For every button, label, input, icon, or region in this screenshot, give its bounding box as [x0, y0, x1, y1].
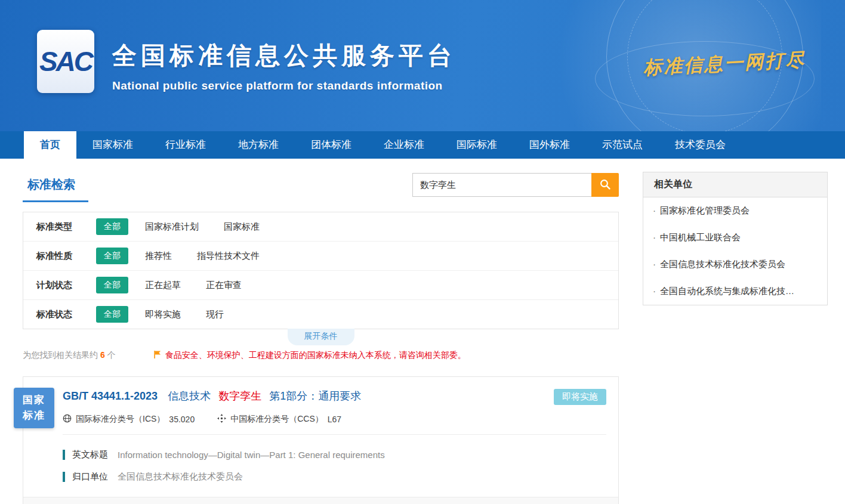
dept-value: 全国信息技术标准化技术委员会	[118, 471, 243, 483]
expand-row: 展开条件	[23, 329, 619, 345]
bullet: ·	[653, 205, 656, 215]
card-footer: 发布于 2023-11-27 实施于 2024-06-01	[23, 497, 618, 504]
sidebar-item-it-standards-committee[interactable]: · 全国信息技术标准化技术委员会	[643, 251, 827, 278]
filter-option-upcoming[interactable]: 即将实施	[145, 309, 181, 320]
badge-line2: 标准	[23, 408, 45, 423]
standard-title-link[interactable]: GB/T 43441.1-2023 信息技术 数字孪生 第1部分：通用要求	[63, 389, 366, 403]
result-summary: 为您找到相关结果约6个	[23, 350, 116, 361]
filter-option-national-standard[interactable]: 国家标准	[224, 221, 260, 233]
standard-code: GB/T 43441.1-2023	[63, 390, 158, 402]
standard-type-badge[interactable]: 国家 标准	[14, 388, 54, 428]
related-units-title: 相关单位	[643, 172, 827, 197]
filter-row-standard-type: 标准类型 全部 国家标准计划 国家标准	[23, 212, 618, 242]
dept-label: 归口单位	[72, 471, 108, 483]
filter-all-button[interactable]: 全部	[96, 218, 128, 235]
result-summary-row: 为您找到相关结果约6个 食品安全、环境保护、工程建设方面的国家标准未纳入本系统，…	[23, 350, 619, 361]
sidebar-item-machinery-federation[interactable]: · 中国机械工业联合会	[643, 224, 827, 251]
bullet: ·	[653, 259, 656, 269]
expand-conditions-button[interactable]: 展开条件	[288, 329, 354, 345]
english-title-label: 英文标题	[72, 449, 108, 460]
card-meta-row: 国际标准分类号（ICS） 35.020 中国标准分类号（CCS） L67	[63, 414, 606, 435]
title-segment: 第1部分：通用要求	[269, 390, 361, 402]
site-title-block: 全国标准信息公共服务平台 National public service pla…	[112, 39, 456, 92]
title-segment: 信息技术	[168, 390, 211, 402]
nav-item-national-standard[interactable]: 国家标准	[76, 131, 149, 159]
status-badge: 即将实施	[554, 389, 606, 405]
sidebar-item-automation-committee[interactable]: · 全国自动化系统与集成标准化技…	[643, 278, 827, 305]
main-nav: 首页 国家标准 行业标准 地方标准 团体标准 企业标准 国际标准 国外标准 示范…	[0, 131, 845, 159]
card-title-row: GB/T 43441.1-2023 信息技术 数字孪生 第1部分：通用要求 即将…	[63, 389, 606, 405]
filter-row-standard-status: 标准状态 全部 即将实施 现行	[23, 300, 618, 329]
bullet: ·	[653, 286, 656, 296]
main-area: 标准检索 标准类型 全部 国家标准计划 国家标准	[0, 159, 845, 504]
content-column: 标准检索 标准类型 全部 国家标准计划 国家标准	[23, 172, 619, 504]
sidebar-item-label: 全国自动化系统与集成标准化技…	[660, 286, 794, 297]
english-title-row: 英文标题 Information technology—Digital twin…	[63, 449, 606, 460]
ics-value: 35.020	[169, 415, 195, 424]
sidebar-item-sac[interactable]: · 国家标准化管理委员会	[643, 197, 827, 224]
sac-logo[interactable]: SAC	[37, 30, 94, 93]
nav-item-technical-committee[interactable]: 技术委员会	[659, 131, 742, 159]
search-box	[412, 173, 619, 197]
related-units-panel: 相关单位 · 国家标准化管理委员会 · 中国机械工业联合会 · 全国信息技术标准…	[643, 172, 828, 305]
filter-option-recommended[interactable]: 推荐性	[145, 251, 172, 262]
title-highlight-keyword: 数字孪生	[218, 390, 261, 402]
search-row: 标准检索	[23, 172, 619, 202]
filter-panel: 标准类型 全部 国家标准计划 国家标准 标准性质 全部 推荐性 指导性技术文件 …	[23, 212, 619, 329]
filter-all-button[interactable]: 全部	[96, 306, 128, 323]
result-count: 6	[100, 350, 105, 360]
nav-item-enterprise-standard[interactable]: 企业标准	[368, 131, 440, 159]
ics-meta: 国际标准分类号（ICS） 35.020	[63, 414, 195, 425]
filter-label: 计划状态	[36, 280, 96, 291]
filter-option-drafting[interactable]: 正在起草	[145, 280, 181, 291]
filter-option-under-review[interactable]: 正在审查	[206, 280, 242, 291]
teal-bar-decoration	[63, 450, 65, 460]
summary-prefix: 为您找到相关结果约	[23, 350, 98, 360]
notice-text: 食品安全、环境保护、工程建设方面的国家标准未纳入本系统，请咨询相关部委。	[165, 350, 466, 361]
nav-item-home[interactable]: 首页	[24, 131, 76, 159]
dept-row: 归口单位 全国信息技术标准化技术委员会	[63, 471, 606, 483]
filter-all-button[interactable]: 全部	[96, 248, 128, 264]
nav-item-foreign-standard[interactable]: 国外标准	[513, 131, 586, 159]
sidebar: 相关单位 · 国家标准化管理委员会 · 中国机械工业联合会 · 全国信息技术标准…	[643, 172, 828, 504]
card-body: 英文标题 Information technology—Digital twin…	[23, 435, 618, 497]
filter-option-current[interactable]: 现行	[206, 309, 224, 320]
filter-all-button[interactable]: 全部	[96, 277, 128, 293]
bullet: ·	[653, 232, 656, 242]
standard-result-card: 国家 标准 GB/T 43441.1-2023 信息技术 数字孪生 第1部分：通…	[23, 376, 619, 504]
badge-line1: 国家	[23, 392, 45, 408]
sidebar-item-label: 全国信息技术标准化技术委员会	[660, 259, 785, 270]
teal-bar-decoration	[63, 472, 65, 482]
nav-item-demonstration-pilot[interactable]: 示范试点	[586, 131, 659, 159]
tab-standard-search[interactable]: 标准检索	[23, 172, 88, 202]
filter-option-national-plan[interactable]: 国家标准计划	[145, 221, 199, 233]
nav-item-local-standard[interactable]: 地方标准	[222, 131, 295, 159]
sidebar-item-label: 国家标准化管理委员会	[660, 205, 750, 217]
ccs-meta: 中国标准分类号（CCS） L67	[217, 414, 341, 425]
nav-item-international-standard[interactable]: 国际标准	[440, 131, 513, 159]
summary-suffix: 个	[107, 350, 116, 360]
ccs-label: 中国标准分类号（CCS）	[230, 414, 323, 425]
search-icon	[599, 178, 611, 192]
filter-label: 标准类型	[36, 221, 96, 233]
system-notice: 食品安全、环境保护、工程建设方面的国家标准未纳入本系统，请咨询相关部委。	[154, 350, 466, 361]
english-title-value: Information technology—Digital twin—Part…	[118, 450, 385, 460]
compass-icon	[217, 414, 226, 425]
card-head: GB/T 43441.1-2023 信息技术 数字孪生 第1部分：通用要求 即将…	[23, 377, 618, 435]
search-button[interactable]	[591, 173, 619, 197]
filter-row-plan-status: 计划状态 全部 正在起草 正在审查	[23, 271, 618, 300]
ccs-value: L67	[328, 415, 341, 424]
nav-item-group-standard[interactable]: 团体标准	[295, 131, 368, 159]
filter-option-guiding-technical-doc[interactable]: 指导性技术文件	[197, 251, 260, 262]
sac-logo-text: SAC	[39, 45, 92, 78]
search-input[interactable]	[412, 173, 591, 197]
filter-label: 标准性质	[36, 251, 96, 262]
sidebar-item-label: 中国机械工业联合会	[660, 232, 741, 243]
filter-row-standard-nature: 标准性质 全部 推荐性 指导性技术文件	[23, 242, 618, 271]
flag-icon	[154, 350, 161, 361]
site-subtitle: National public service platform for sta…	[112, 79, 456, 92]
site-title: 全国标准信息公共服务平台	[112, 39, 456, 72]
nav-item-industry-standard[interactable]: 行业标准	[149, 131, 222, 159]
site-banner: SAC 全国标准信息公共服务平台 National public service…	[0, 0, 845, 131]
ics-label: 国际标准分类号（ICS）	[76, 414, 165, 425]
